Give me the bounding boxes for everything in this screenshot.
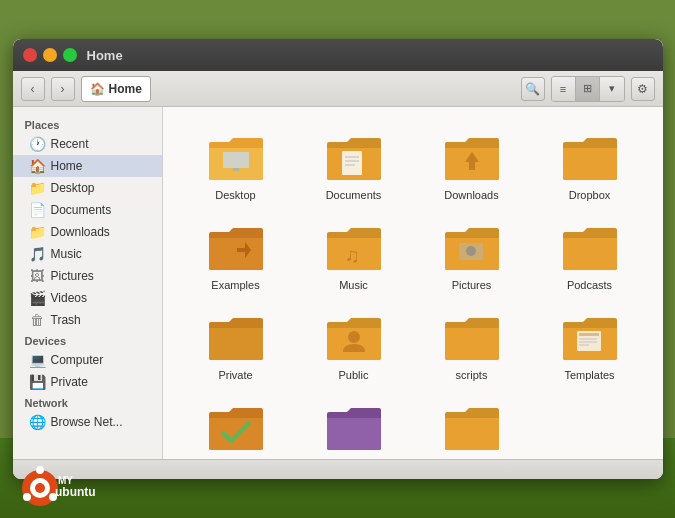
pictures-icon: 🖼 bbox=[29, 268, 45, 284]
sidebar-label-documents: Documents bbox=[51, 203, 112, 217]
folder-icon-templates bbox=[558, 311, 622, 367]
file-label-downloads: Downloads bbox=[444, 189, 498, 201]
sidebar-item-downloads[interactable]: 📁 Downloads bbox=[13, 221, 162, 243]
sidebar-item-desktop[interactable]: 📁 Desktop bbox=[13, 177, 162, 199]
file-manager-window: Home ‹ › 🏠 Home 🔍 ≡ ⊞ ▾ ⚙ bbox=[13, 39, 663, 479]
sidebar-label-downloads: Downloads bbox=[51, 225, 110, 239]
sidebar-item-computer[interactable]: 💻 Computer bbox=[13, 349, 162, 371]
clock-icon: 🕐 bbox=[29, 136, 45, 152]
folder-icon-videos bbox=[322, 401, 386, 457]
titlebar: Home bbox=[13, 39, 663, 71]
location-text: Home bbox=[109, 82, 142, 96]
sidebar-item-pictures[interactable]: 🖼 Pictures bbox=[13, 265, 162, 287]
statusbar bbox=[13, 459, 663, 479]
folder-icon-private bbox=[204, 311, 268, 367]
list-icon: ≡ bbox=[560, 83, 566, 95]
sidebar-item-videos[interactable]: 🎬 Videos bbox=[13, 287, 162, 309]
folder-icon: 📁 bbox=[29, 180, 45, 196]
location-bar[interactable]: 🏠 Home bbox=[81, 76, 151, 102]
trash-icon: 🗑 bbox=[29, 312, 45, 328]
search-button[interactable]: 🔍 bbox=[521, 77, 545, 101]
file-label-public: Public bbox=[339, 369, 369, 381]
file-item-public[interactable]: Public bbox=[297, 303, 411, 385]
sidebar-item-browse-net[interactable]: 🌐 Browse Net... bbox=[13, 411, 162, 433]
svg-rect-1 bbox=[233, 168, 239, 171]
grid-icon: ⊞ bbox=[583, 82, 592, 95]
sidebar-label-browse-net: Browse Net... bbox=[51, 415, 123, 429]
sidebar-item-private[interactable]: 💾 Private bbox=[13, 371, 162, 393]
folder-icon-pictures bbox=[440, 221, 504, 277]
sidebar-item-documents[interactable]: 📄 Documents bbox=[13, 199, 162, 221]
settings-button[interactable]: ⚙ bbox=[631, 77, 655, 101]
close-button[interactable] bbox=[23, 48, 37, 62]
forward-button[interactable]: › bbox=[51, 77, 75, 101]
file-item-dropbox[interactable]: Dropbox bbox=[533, 123, 647, 205]
file-item-scripts[interactable]: scripts bbox=[415, 303, 529, 385]
folder-icon-examples bbox=[204, 221, 268, 277]
main-area: Places 🕐 Recent 🏠 Home 📁 Desktop 📄 Docum… bbox=[13, 107, 663, 459]
folder-icon-documents bbox=[322, 131, 386, 187]
window-buttons bbox=[23, 48, 77, 62]
file-item-documents[interactable]: Documents bbox=[297, 123, 411, 205]
svg-point-22 bbox=[23, 493, 31, 501]
minimize-button[interactable] bbox=[43, 48, 57, 62]
list-view-button[interactable]: ≡ bbox=[552, 77, 576, 101]
sidebar-item-trash[interactable]: 🗑 Trash bbox=[13, 309, 162, 331]
video-icon: 🎬 bbox=[29, 290, 45, 306]
view-toggle: ≡ ⊞ ▾ bbox=[551, 76, 625, 102]
home-icon: 🏠 bbox=[29, 158, 45, 174]
file-item-templates[interactable]: Templates bbox=[533, 303, 647, 385]
folder-icon-dropbox bbox=[558, 131, 622, 187]
download-icon: 📁 bbox=[29, 224, 45, 240]
computer-icon: 💻 bbox=[29, 352, 45, 368]
back-button[interactable]: ‹ bbox=[21, 77, 45, 101]
sort-dropdown-button[interactable]: ▾ bbox=[600, 77, 624, 101]
file-label-examples: Examples bbox=[211, 279, 259, 291]
file-label-scripts: scripts bbox=[456, 369, 488, 381]
file-label-templates: Templates bbox=[564, 369, 614, 381]
file-item-private[interactable]: Private bbox=[179, 303, 293, 385]
folder-icon-virtualbox bbox=[440, 401, 504, 457]
devices-header: Devices bbox=[13, 331, 162, 349]
chevron-down-icon: ▾ bbox=[609, 82, 615, 95]
file-label-pictures: Pictures bbox=[452, 279, 492, 291]
file-item-ubuntu-one[interactable]: Ubuntu One bbox=[179, 393, 293, 459]
file-label-desktop: Desktop bbox=[215, 189, 255, 201]
file-item-examples[interactable]: Examples bbox=[179, 213, 293, 295]
svg-point-10 bbox=[466, 246, 476, 256]
window-title: Home bbox=[87, 48, 123, 63]
music-icon: 🎵 bbox=[29, 246, 45, 262]
network-icon: 🌐 bbox=[29, 414, 45, 430]
sidebar-item-music[interactable]: 🎵 Music bbox=[13, 243, 162, 265]
file-item-music[interactable]: ♫ Music bbox=[297, 213, 411, 295]
sidebar-item-home[interactable]: 🏠 Home bbox=[13, 155, 162, 177]
sidebar-label-music: Music bbox=[51, 247, 82, 261]
sidebar-item-recent[interactable]: 🕐 Recent bbox=[13, 133, 162, 155]
file-item-downloads[interactable]: Downloads bbox=[415, 123, 529, 205]
svg-point-19 bbox=[35, 483, 45, 493]
file-item-videos[interactable]: Videos bbox=[297, 393, 411, 459]
svg-point-20 bbox=[36, 466, 44, 474]
folder-icon-downloads bbox=[440, 131, 504, 187]
location-home-icon: 🏠 bbox=[90, 82, 105, 96]
sidebar-label-trash: Trash bbox=[51, 313, 81, 327]
file-item-desktop[interactable]: Desktop bbox=[179, 123, 293, 205]
maximize-button[interactable] bbox=[63, 48, 77, 62]
grid-view-button[interactable]: ⊞ bbox=[576, 77, 600, 101]
file-grid: Desktop D bbox=[179, 123, 647, 459]
sidebar-label-desktop: Desktop bbox=[51, 181, 95, 195]
svg-text:♫: ♫ bbox=[345, 244, 360, 266]
folder-icon-scripts bbox=[440, 311, 504, 367]
sidebar-label-computer: Computer bbox=[51, 353, 104, 367]
sidebar-label-videos: Videos bbox=[51, 291, 87, 305]
sidebar-label-recent: Recent bbox=[51, 137, 89, 151]
file-item-podcasts[interactable]: Podcasts bbox=[533, 213, 647, 295]
document-icon: 📄 bbox=[29, 202, 45, 218]
file-item-pictures[interactable]: Pictures bbox=[415, 213, 529, 295]
file-label-dropbox: Dropbox bbox=[569, 189, 611, 201]
file-item-virtualbox[interactable]: VirtualBox VMs bbox=[415, 393, 529, 459]
svg-point-11 bbox=[348, 331, 360, 343]
sidebar-label-home: Home bbox=[51, 159, 83, 173]
search-icon: 🔍 bbox=[525, 82, 540, 96]
svg-rect-13 bbox=[579, 333, 599, 336]
